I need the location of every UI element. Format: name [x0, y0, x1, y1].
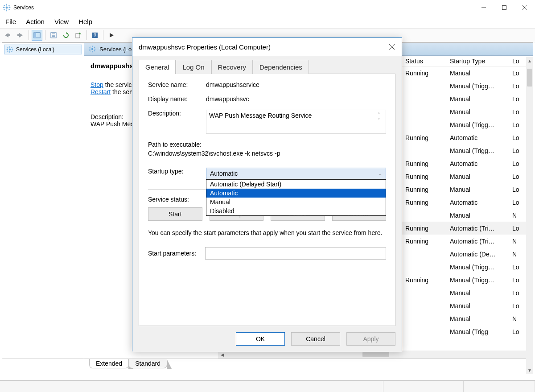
- startup-option[interactable]: Automatic: [206, 189, 386, 198]
- cell-startup: Manual: [448, 289, 510, 297]
- refresh-button[interactable]: [61, 30, 71, 41]
- cell-startup: Manual (Trigg…: [448, 83, 510, 90]
- toolbar-separator: [103, 30, 103, 40]
- chevron-down-icon: ⌄: [379, 171, 382, 176]
- service-name-value: dmwappushservice: [206, 81, 259, 88]
- description-value: WAP Push Message Routing Service: [209, 112, 375, 119]
- minimize-button[interactable]: [473, 1, 494, 14]
- startup-type-select[interactable]: Automatic ⌄ Automatic (Delayed Start)Aut…: [206, 168, 386, 179]
- cell-status: Running: [403, 199, 448, 206]
- cell-log: Lo: [510, 173, 524, 180]
- cell-log: Lo: [510, 199, 524, 206]
- dialog-close-button[interactable]: [387, 41, 397, 52]
- startup-option[interactable]: Manual: [206, 198, 386, 206]
- bottom-tabs: Extended Standard: [0, 359, 535, 371]
- cell-log: Lo: [510, 264, 524, 271]
- menu-action[interactable]: Action: [26, 18, 45, 25]
- tab-general[interactable]: General: [139, 60, 176, 74]
- cell-log: Lo: [510, 328, 524, 335]
- start-params-input[interactable]: [205, 247, 386, 260]
- cell-status: Running: [403, 160, 448, 167]
- window-title: Services: [13, 4, 34, 11]
- startup-type-selected: Automatic: [210, 170, 238, 177]
- cell-startup: Manual: [448, 95, 510, 103]
- startup-option[interactable]: Disabled: [206, 206, 386, 215]
- cell-status: Running: [403, 186, 448, 193]
- cell-startup: Automatic: [448, 134, 510, 141]
- svg-marker-13: [5, 33, 8, 37]
- help-button[interactable]: ?: [90, 30, 100, 41]
- menu-file[interactable]: File: [5, 18, 16, 25]
- tab-recovery[interactable]: Recovery: [211, 60, 253, 74]
- cell-log: Lo: [510, 134, 524, 141]
- chevron-up-icon: ˄: [378, 112, 380, 118]
- start-service-button[interactable]: [106, 30, 117, 41]
- cell-status: Running: [403, 225, 448, 232]
- statusbar-cell: [0, 381, 383, 392]
- col-status[interactable]: Status: [403, 58, 448, 65]
- statusbar: [0, 380, 535, 392]
- cell-log: Lo: [510, 108, 524, 116]
- restart-link[interactable]: Restart: [91, 88, 111, 95]
- tab-panel-general: Service name: dmwappushservice Display n…: [139, 74, 395, 326]
- dialog-tabstrip: General Log On Recovery Dependencies: [139, 59, 395, 74]
- startup-option[interactable]: Automatic (Delayed Start): [206, 180, 386, 189]
- cell-log: N: [510, 212, 524, 219]
- start-button[interactable]: Start: [148, 207, 202, 221]
- show-hide-tree-button[interactable]: [32, 30, 42, 41]
- cell-log: N: [510, 315, 524, 322]
- cell-status: Running: [403, 70, 448, 77]
- scrollbar-thumb[interactable]: [362, 352, 389, 357]
- cancel-button[interactable]: Cancel: [291, 332, 340, 346]
- toolbar-separator: [29, 30, 29, 40]
- tree-node-label: Services (Local): [16, 46, 54, 53]
- tree-pane: Services (Local): [2, 43, 84, 359]
- maximize-button[interactable]: [494, 1, 514, 14]
- cell-log: Lo: [510, 70, 524, 77]
- cell-startup: Manual: [448, 108, 510, 116]
- cell-startup: Automatic: [448, 160, 510, 167]
- tree-node-services-local[interactable]: Services (Local): [4, 45, 82, 54]
- description-scroll[interactable]: ˄˅: [375, 112, 383, 124]
- scrollbar-thumb[interactable]: [527, 69, 532, 87]
- stop-link[interactable]: Stop: [91, 81, 103, 88]
- svg-rect-16: [17, 34, 19, 36]
- svg-marker-28: [110, 33, 114, 37]
- statusbar-cell: [464, 381, 535, 392]
- display-name-value: dmwappushsvc: [206, 95, 249, 103]
- back-button[interactable]: [3, 30, 13, 41]
- close-button[interactable]: [514, 1, 535, 14]
- gear-icon: [3, 4, 11, 12]
- tab-dependencies[interactable]: Dependencies: [253, 60, 309, 74]
- gear-icon: [89, 45, 96, 53]
- scroll-down-icon[interactable]: ▼: [526, 367, 533, 374]
- close-icon: [389, 44, 395, 50]
- vertical-scrollbar[interactable]: ▲ ▼: [526, 57, 533, 374]
- svg-rect-18: [34, 33, 36, 38]
- col-startup[interactable]: Startup Type: [448, 58, 510, 65]
- cell-log: Lo: [510, 121, 524, 128]
- col-log[interactable]: Lo: [510, 58, 524, 65]
- cell-status: Running: [403, 134, 448, 141]
- apply-button[interactable]: Apply: [346, 332, 395, 346]
- dialog-title: dmwappushsvc Properties (Local Computer): [139, 43, 271, 51]
- tab-standard[interactable]: Standard: [128, 359, 167, 368]
- cell-log: Lo: [510, 186, 524, 193]
- description-label: Description:: [148, 110, 206, 117]
- forward-button[interactable]: [15, 30, 26, 41]
- cell-startup: Manual (Trigg…: [448, 264, 510, 271]
- startup-type-label: Startup type:: [148, 168, 206, 175]
- ok-button[interactable]: OK: [236, 332, 285, 346]
- export-button[interactable]: [73, 30, 84, 41]
- toolbar-separator: [45, 30, 45, 40]
- service-status-label: Service status:: [148, 196, 206, 203]
- properties-button[interactable]: [48, 30, 59, 41]
- cell-log: N: [510, 251, 524, 258]
- tab-extended[interactable]: Extended: [89, 359, 129, 368]
- start-params-label: Start parameters:: [148, 250, 196, 257]
- tab-logon[interactable]: Log On: [176, 60, 211, 74]
- menu-view[interactable]: View: [54, 18, 69, 25]
- toolbar-separator: [86, 30, 87, 40]
- menu-help[interactable]: Help: [78, 18, 92, 25]
- scroll-up-icon[interactable]: ▲: [526, 57, 533, 64]
